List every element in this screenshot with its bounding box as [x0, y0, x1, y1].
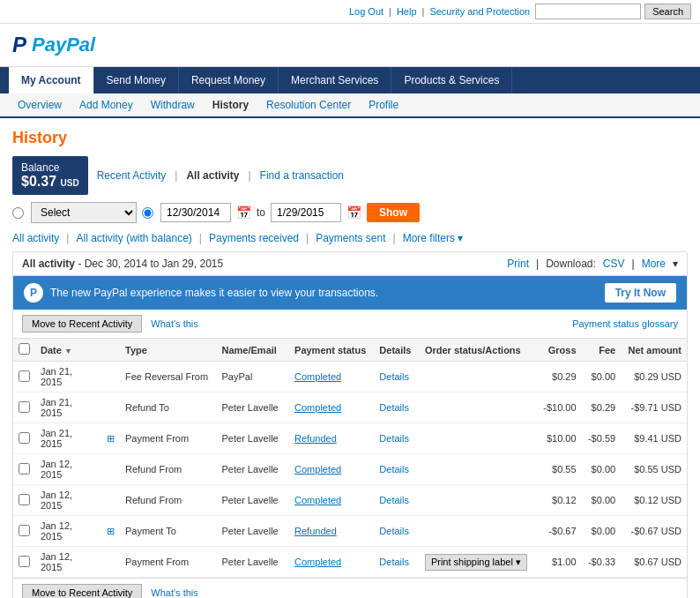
header: P PayPal	[0, 24, 700, 67]
row-date-3: Jan 12, 2015	[35, 454, 101, 485]
move-to-recent-button-bottom[interactable]: Move to Recent Activity	[22, 584, 142, 598]
sub-resolution-center[interactable]: Resolution Center	[257, 93, 360, 116]
sub-profile[interactable]: Profile	[360, 93, 407, 116]
date-select[interactable]: Select	[31, 202, 137, 223]
nav-send-money[interactable]: Send Money	[94, 67, 179, 93]
whats-this-link-top[interactable]: What's this	[151, 318, 197, 329]
row-date-6: Jan 12, 2015	[35, 547, 101, 578]
whats-this-link-bottom[interactable]: What's this	[151, 587, 197, 598]
row-fee-3: $0.00	[582, 454, 622, 485]
balance-box: Balance $0.37 USD	[12, 156, 88, 195]
nav-my-account[interactable]: My Account	[9, 67, 94, 93]
balance-label: Balance	[21, 161, 79, 174]
date-radio-range[interactable]	[142, 207, 153, 219]
row-checkbox-3[interactable]	[19, 463, 30, 475]
sub-overview[interactable]: Overview	[9, 93, 71, 116]
row-details-4[interactable]: Details	[379, 495, 409, 505]
table-row: Jan 21, 2015 Fee Reversal From PayPal Co…	[13, 362, 687, 392]
row-status-6[interactable]: Completed	[294, 557, 341, 567]
row-status-5[interactable]: Refunded	[294, 526, 337, 536]
date-to-input[interactable]	[271, 203, 341, 222]
security-link[interactable]: Security and Protection	[429, 6, 530, 17]
show-button[interactable]: Show	[367, 203, 420, 222]
row-checkbox-2[interactable]	[19, 432, 30, 444]
row-fee-6: -$0.33	[582, 547, 622, 578]
sub-history[interactable]: History	[204, 93, 257, 118]
logout-link[interactable]: Log Out	[349, 6, 384, 17]
row-details-5[interactable]: Details	[379, 526, 409, 536]
row-checkbox-5[interactable]	[19, 525, 30, 536]
row-type-4: Refund From	[120, 485, 217, 516]
row-details-0[interactable]: Details	[379, 371, 409, 382]
row-details-2[interactable]: Details	[379, 433, 409, 444]
payment-status-glossary-link[interactable]: Payment status glossary	[572, 318, 678, 329]
all-activity-filter[interactable]: All activity	[12, 232, 59, 244]
all-activity-balance-filter[interactable]: All activity (with balance)	[76, 232, 191, 244]
row-status-2[interactable]: Refunded	[294, 433, 337, 444]
print-label-btn-6[interactable]: Print shipping label ▾	[425, 554, 527, 571]
row-checkbox-6[interactable]	[19, 556, 30, 567]
row-net-0: $0.29 USD	[621, 362, 687, 392]
try-it-now-button[interactable]: Try It Now	[605, 283, 676, 303]
primary-nav: My Account Send Money Request Money Merc…	[0, 67, 700, 93]
row-status-1[interactable]: Completed	[294, 402, 341, 413]
row-status-3[interactable]: Completed	[294, 464, 341, 475]
nav-merchant-services[interactable]: Merchant Services	[279, 67, 391, 93]
payments-sent-filter[interactable]: Payments sent	[316, 232, 385, 244]
row-status-0[interactable]: Completed	[294, 371, 341, 382]
row-details-1[interactable]: Details	[379, 402, 409, 413]
print-link[interactable]: Print	[507, 258, 529, 270]
all-activity-link[interactable]: All activity	[186, 169, 239, 182]
row-details-6[interactable]: Details	[379, 557, 409, 567]
activity-filter-links: All activity | All activity (with balanc…	[12, 232, 688, 244]
sub-add-money[interactable]: Add Money	[71, 93, 142, 116]
help-link[interactable]: Help	[397, 6, 417, 17]
transactions-table: Date ▼ Type Name/Email Payment status De…	[13, 339, 687, 578]
row-details-3[interactable]: Details	[379, 464, 409, 475]
date-sort-icon[interactable]: ▼	[64, 347, 72, 355]
date-radio-select[interactable]	[12, 207, 24, 219]
table-row: Jan 21, 2015 Refund To Peter Lavelle Com…	[13, 392, 687, 423]
search-button[interactable]: Search	[644, 4, 691, 19]
payments-received-filter[interactable]: Payments received	[209, 232, 299, 244]
row-type-6: Payment From	[120, 547, 217, 578]
top-bar: Log Out | Help | Security and Protection…	[0, 0, 700, 24]
row-status-4[interactable]: Completed	[294, 495, 341, 505]
paypal-logo: P PayPal	[12, 33, 95, 57]
sub-withdraw[interactable]: Withdraw	[142, 93, 204, 116]
table-header-right: Print | Download: CSV | More ▾	[507, 258, 678, 270]
row-fee-5: $0.00	[582, 516, 622, 547]
date-from-input[interactable]	[160, 203, 231, 222]
more-filters-button[interactable]: More filters ▾	[403, 232, 464, 244]
row-checkbox-0[interactable]	[19, 370, 30, 382]
row-checkbox-4[interactable]	[19, 494, 30, 505]
row-checkbox-1[interactable]	[19, 401, 30, 413]
row-date-4: Jan 12, 2015	[35, 485, 101, 516]
table-row: Jan 21, 2015 ⊞ Payment From Peter Lavell…	[13, 423, 687, 454]
find-transaction-link[interactable]: Find a transaction	[260, 169, 344, 182]
calendar-to-icon[interactable]: 📅	[346, 206, 361, 220]
table-header-row: Date ▼ Type Name/Email Payment status De…	[13, 339, 687, 362]
table-row: Jan 12, 2015 ⊞ Payment To Peter Lavelle …	[13, 516, 687, 547]
recent-activity-link[interactable]: Recent Activity	[97, 169, 167, 182]
content: History Balance $0.37 USD Recent Activit…	[0, 118, 700, 598]
row-name-1: Peter Lavelle	[217, 392, 290, 423]
select-all-checkbox[interactable]	[19, 343, 30, 355]
move-to-recent-button[interactable]: Move to Recent Activity	[22, 315, 142, 333]
row-gross-4: $0.12	[536, 485, 582, 516]
nav-products-services[interactable]: Products & Services	[391, 67, 512, 93]
row-net-4: $0.12 USD	[621, 485, 687, 516]
table-row: Jan 12, 2015 Refund From Peter Lavelle C…	[13, 485, 687, 516]
row-date-0: Jan 21, 2015	[35, 362, 101, 392]
calendar-from-icon[interactable]: 📅	[236, 206, 251, 220]
row-net-2: $9.41 USD	[621, 423, 687, 454]
row-gross-3: $0.55	[536, 454, 582, 485]
expand-icon-5[interactable]: ⊞	[107, 526, 115, 536]
search-input[interactable]	[535, 4, 641, 19]
expand-icon-2[interactable]: ⊞	[107, 433, 115, 444]
filter-row: Balance $0.37 USD Recent Activity | All …	[12, 156, 688, 195]
nav-request-money[interactable]: Request Money	[179, 67, 279, 93]
download-csv-link[interactable]: CSV	[603, 258, 625, 270]
filter-links: Recent Activity | All activity | Find a …	[97, 169, 344, 182]
more-link[interactable]: More	[642, 258, 666, 270]
